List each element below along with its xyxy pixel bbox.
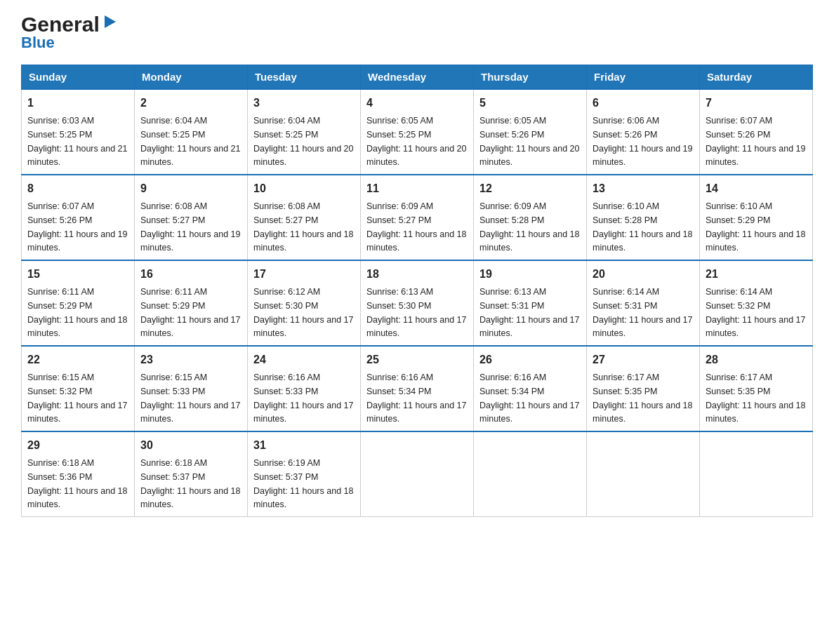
day-cell-25: 25 Sunrise: 6:16 AMSunset: 5:34 PMDaylig… bbox=[361, 346, 474, 431]
day-info: Sunrise: 6:13 AMSunset: 5:30 PMDaylight:… bbox=[366, 287, 466, 338]
day-number: 13 bbox=[593, 180, 694, 197]
day-cell-8: 8 Sunrise: 6:07 AMSunset: 5:26 PMDayligh… bbox=[22, 175, 135, 260]
day-number: 1 bbox=[27, 95, 128, 112]
calendar-header: SundayMondayTuesdayWednesdayThursdayFrid… bbox=[22, 65, 813, 90]
day-number: 20 bbox=[593, 266, 694, 283]
day-number: 6 bbox=[593, 95, 694, 112]
day-cell-17: 17 Sunrise: 6:12 AMSunset: 5:30 PMDaylig… bbox=[248, 260, 361, 346]
day-number: 11 bbox=[366, 180, 468, 197]
day-number: 23 bbox=[140, 351, 241, 368]
day-info: Sunrise: 6:18 AMSunset: 5:37 PMDaylight:… bbox=[140, 458, 240, 509]
logo-general-text: General bbox=[21, 14, 100, 35]
day-cell-20: 20 Sunrise: 6:14 AMSunset: 5:31 PMDaylig… bbox=[587, 260, 700, 346]
day-number: 21 bbox=[706, 266, 807, 283]
day-number: 22 bbox=[27, 351, 128, 368]
day-cell-1: 1 Sunrise: 6:03 AMSunset: 5:25 PMDayligh… bbox=[22, 89, 135, 175]
day-number: 10 bbox=[253, 180, 355, 197]
day-number: 24 bbox=[253, 351, 355, 368]
day-info: Sunrise: 6:16 AMSunset: 5:33 PMDaylight:… bbox=[253, 373, 353, 424]
day-cell-2: 2 Sunrise: 6:04 AMSunset: 5:25 PMDayligh… bbox=[135, 89, 248, 175]
day-info: Sunrise: 6:06 AMSunset: 5:26 PMDaylight:… bbox=[593, 116, 692, 167]
day-info: Sunrise: 6:14 AMSunset: 5:31 PMDaylight:… bbox=[593, 287, 692, 338]
empty-cell-week4-col4 bbox=[474, 431, 587, 517]
day-info: Sunrise: 6:09 AMSunset: 5:27 PMDaylight:… bbox=[366, 201, 466, 253]
weekday-header-saturday: Saturday bbox=[700, 65, 813, 90]
day-number: 26 bbox=[479, 351, 581, 368]
day-info: Sunrise: 6:10 AMSunset: 5:29 PMDaylight:… bbox=[706, 201, 805, 253]
day-number: 29 bbox=[27, 437, 128, 454]
weekday-header-thursday: Thursday bbox=[474, 65, 587, 90]
day-cell-18: 18 Sunrise: 6:13 AMSunset: 5:30 PMDaylig… bbox=[361, 260, 474, 346]
day-cell-6: 6 Sunrise: 6:06 AMSunset: 5:26 PMDayligh… bbox=[587, 89, 700, 175]
day-info: Sunrise: 6:08 AMSunset: 5:27 PMDaylight:… bbox=[140, 201, 240, 253]
logo-arrow-icon bbox=[102, 14, 117, 29]
day-cell-21: 21 Sunrise: 6:14 AMSunset: 5:32 PMDaylig… bbox=[700, 260, 813, 346]
day-number: 30 bbox=[140, 437, 241, 454]
day-cell-14: 14 Sunrise: 6:10 AMSunset: 5:29 PMDaylig… bbox=[700, 175, 813, 260]
day-number: 5 bbox=[479, 95, 581, 112]
page-header: General Blue bbox=[21, 14, 813, 52]
day-cell-27: 27 Sunrise: 6:17 AMSunset: 5:35 PMDaylig… bbox=[587, 346, 700, 431]
day-number: 16 bbox=[140, 266, 241, 283]
calendar-body: 1 Sunrise: 6:03 AMSunset: 5:25 PMDayligh… bbox=[22, 89, 813, 517]
day-info: Sunrise: 6:05 AMSunset: 5:26 PMDaylight:… bbox=[479, 116, 579, 167]
day-cell-11: 11 Sunrise: 6:09 AMSunset: 5:27 PMDaylig… bbox=[361, 175, 474, 260]
day-cell-15: 15 Sunrise: 6:11 AMSunset: 5:29 PMDaylig… bbox=[22, 260, 135, 346]
day-number: 12 bbox=[479, 180, 581, 197]
day-number: 8 bbox=[27, 180, 128, 197]
day-cell-13: 13 Sunrise: 6:10 AMSunset: 5:28 PMDaylig… bbox=[587, 175, 700, 260]
day-info: Sunrise: 6:18 AMSunset: 5:36 PMDaylight:… bbox=[27, 458, 127, 509]
empty-cell-week4-col3 bbox=[361, 431, 474, 517]
empty-cell-week4-col6 bbox=[700, 431, 813, 517]
week-row-3: 15 Sunrise: 6:11 AMSunset: 5:29 PMDaylig… bbox=[22, 260, 813, 346]
day-number: 17 bbox=[253, 266, 355, 283]
day-cell-22: 22 Sunrise: 6:15 AMSunset: 5:32 PMDaylig… bbox=[22, 346, 135, 431]
day-info: Sunrise: 6:10 AMSunset: 5:28 PMDaylight:… bbox=[593, 201, 692, 253]
week-row-5: 29 Sunrise: 6:18 AMSunset: 5:36 PMDaylig… bbox=[22, 431, 813, 517]
day-info: Sunrise: 6:16 AMSunset: 5:34 PMDaylight:… bbox=[366, 373, 466, 424]
day-number: 27 bbox=[593, 351, 694, 368]
week-row-1: 1 Sunrise: 6:03 AMSunset: 5:25 PMDayligh… bbox=[22, 89, 813, 175]
day-number: 4 bbox=[366, 95, 468, 112]
day-cell-30: 30 Sunrise: 6:18 AMSunset: 5:37 PMDaylig… bbox=[135, 431, 248, 517]
day-cell-4: 4 Sunrise: 6:05 AMSunset: 5:25 PMDayligh… bbox=[361, 89, 474, 175]
day-cell-5: 5 Sunrise: 6:05 AMSunset: 5:26 PMDayligh… bbox=[474, 89, 587, 175]
day-cell-7: 7 Sunrise: 6:07 AMSunset: 5:26 PMDayligh… bbox=[700, 89, 813, 175]
day-number: 31 bbox=[253, 437, 355, 454]
logo: General Blue bbox=[21, 14, 117, 52]
day-cell-28: 28 Sunrise: 6:17 AMSunset: 5:35 PMDaylig… bbox=[700, 346, 813, 431]
day-info: Sunrise: 6:04 AMSunset: 5:25 PMDaylight:… bbox=[140, 116, 240, 167]
day-number: 25 bbox=[366, 351, 468, 368]
day-info: Sunrise: 6:07 AMSunset: 5:26 PMDaylight:… bbox=[706, 116, 805, 167]
weekday-header-wednesday: Wednesday bbox=[361, 65, 474, 90]
day-cell-12: 12 Sunrise: 6:09 AMSunset: 5:28 PMDaylig… bbox=[474, 175, 587, 260]
day-info: Sunrise: 6:17 AMSunset: 5:35 PMDaylight:… bbox=[706, 373, 805, 424]
day-info: Sunrise: 6:15 AMSunset: 5:32 PMDaylight:… bbox=[27, 373, 127, 424]
day-info: Sunrise: 6:19 AMSunset: 5:37 PMDaylight:… bbox=[253, 458, 353, 509]
day-cell-10: 10 Sunrise: 6:08 AMSunset: 5:27 PMDaylig… bbox=[248, 175, 361, 260]
day-info: Sunrise: 6:14 AMSunset: 5:32 PMDaylight:… bbox=[706, 287, 805, 338]
week-row-4: 22 Sunrise: 6:15 AMSunset: 5:32 PMDaylig… bbox=[22, 346, 813, 431]
weekday-header-friday: Friday bbox=[587, 65, 700, 90]
day-number: 15 bbox=[27, 266, 128, 283]
day-number: 9 bbox=[140, 180, 241, 197]
day-cell-31: 31 Sunrise: 6:19 AMSunset: 5:37 PMDaylig… bbox=[248, 431, 361, 517]
day-info: Sunrise: 6:08 AMSunset: 5:27 PMDaylight:… bbox=[253, 201, 353, 253]
day-info: Sunrise: 6:13 AMSunset: 5:31 PMDaylight:… bbox=[479, 287, 579, 338]
svg-marker-0 bbox=[105, 15, 116, 28]
weekday-header-row: SundayMondayTuesdayWednesdayThursdayFrid… bbox=[22, 65, 813, 90]
day-number: 28 bbox=[706, 351, 807, 368]
day-info: Sunrise: 6:12 AMSunset: 5:30 PMDaylight:… bbox=[253, 287, 353, 338]
day-cell-16: 16 Sunrise: 6:11 AMSunset: 5:29 PMDaylig… bbox=[135, 260, 248, 346]
day-number: 2 bbox=[140, 95, 241, 112]
day-cell-3: 3 Sunrise: 6:04 AMSunset: 5:25 PMDayligh… bbox=[248, 89, 361, 175]
empty-cell-week4-col5 bbox=[587, 431, 700, 517]
day-number: 14 bbox=[706, 180, 807, 197]
day-number: 19 bbox=[479, 266, 581, 283]
day-info: Sunrise: 6:15 AMSunset: 5:33 PMDaylight:… bbox=[140, 373, 240, 424]
day-info: Sunrise: 6:07 AMSunset: 5:26 PMDaylight:… bbox=[27, 201, 127, 253]
day-number: 7 bbox=[706, 95, 807, 112]
weekday-header-monday: Monday bbox=[135, 65, 248, 90]
day-info: Sunrise: 6:09 AMSunset: 5:28 PMDaylight:… bbox=[479, 201, 579, 253]
day-cell-29: 29 Sunrise: 6:18 AMSunset: 5:36 PMDaylig… bbox=[22, 431, 135, 517]
